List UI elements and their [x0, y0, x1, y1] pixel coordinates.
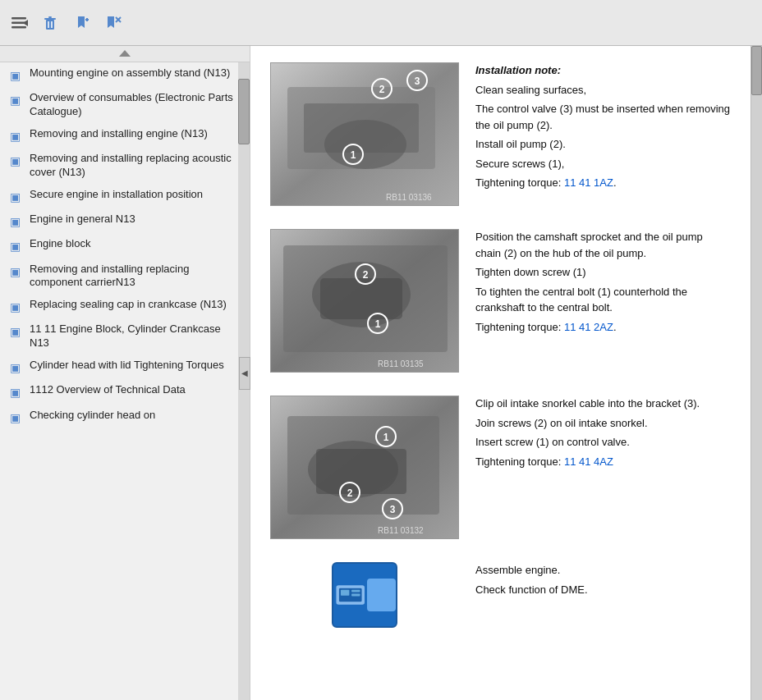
sidebar-item-secure-engine[interactable]: ▣ Secure engine in installation position [0, 184, 250, 208]
sidebar-item-engine-block[interactable]: ▣ Engine block [0, 233, 250, 258]
svg-rect-2 [11, 26, 26, 29]
section3-torque: Tightening torque: 11 41 4AZ [475, 454, 731, 470]
list-view-button[interactable] [7, 11, 31, 35]
toolbar [0, 0, 762, 46]
section4-text-0: Assemble engine. [475, 562, 731, 579]
svg-text:1: 1 [351, 149, 356, 161]
doc-icon: ▣ [10, 410, 25, 425]
section3-text-1: Join screws (2) on oil intake snorkel. [475, 415, 731, 432]
bookmark-special-button[interactable] [100, 11, 125, 35]
svg-point-17 [324, 120, 406, 169]
doc-icon: ▣ [10, 264, 25, 279]
doc-icon: ▣ [10, 324, 25, 339]
svg-rect-37 [316, 449, 406, 494]
sidebar-item-cylinder-head[interactable]: ▣ Cylinder head with lid Tightening Torq… [0, 355, 250, 379]
content-section-4: Assemble engine. Check function of DME. [270, 562, 731, 628]
doc-icon: ▣ [10, 190, 25, 204]
content-section-1: 2 3 1 RB11 03136 Installation note: Clea… [270, 62, 731, 206]
svg-rect-6 [48, 16, 52, 18]
section1-text-3: Secure screws (1), [475, 156, 731, 172]
svg-text:3: 3 [415, 75, 420, 87]
delete-button[interactable] [38, 11, 62, 35]
content-text-3: Clip oil intake snorkel cable into the b… [475, 396, 731, 473]
svg-text:2: 2 [347, 487, 353, 499]
content-text-2: Position the camshaft sprocket and the o… [475, 229, 731, 338]
main-area: ▣ Mounting engine on assembly stand (N13… [0, 46, 762, 700]
sidebar-item-removing-engine[interactable]: ▣ Removing and installing engine (N13) [0, 123, 250, 148]
section4-text-1: Check function of DME. [475, 582, 731, 598]
svg-text:3: 3 [390, 504, 396, 515]
section3-text-0: Clip oil intake snorkel cable into the b… [475, 396, 731, 412]
sidebar-item-removing-component[interactable]: ▣ Removing and installing replacing comp… [0, 258, 250, 295]
sidebar-item-engine-block-cylinder[interactable]: ▣ 11 11 Engine Block, Cylinder Crankcase… [0, 318, 250, 355]
doc-icon: ▣ [10, 129, 25, 144]
sidebar-scrollbar-thumb[interactable] [238, 79, 250, 144]
section2-text-0: Position the camshaft sprocket and the o… [475, 229, 731, 261]
doc-icon: ▣ [10, 93, 25, 108]
svg-rect-0 [11, 17, 26, 20]
svg-text:RB11 03135: RB11 03135 [378, 359, 424, 368]
sidebar-item-replacing-sealing[interactable]: ▣ Replacing sealing cap in crankcase (N1… [0, 294, 250, 318]
svg-rect-47 [341, 590, 349, 596]
dme-icon [332, 562, 397, 628]
sidebar-scroll-up[interactable] [0, 46, 250, 62]
doc-icon: ▣ [10, 68, 25, 83]
sidebar: ▣ Mounting engine on assembly stand (N13… [0, 46, 250, 700]
engine-image-2: 2 1 RB11 03135 [270, 229, 459, 373]
bookmark-add-button[interactable] [69, 11, 94, 35]
content-scrollbar-thumb[interactable] [751, 46, 762, 95]
installation-note-label: Installation note: [475, 62, 731, 79]
svg-rect-49 [351, 594, 360, 597]
sidebar-item-technical-data[interactable]: ▣ 1112 Overview of Technical Data [0, 379, 250, 404]
doc-icon: ▣ [10, 153, 25, 168]
torque-link-1141-2az[interactable]: 11 41 2AZ [564, 321, 613, 333]
content-section-2: 2 1 RB11 03135 Position the camshaft spr… [270, 229, 731, 373]
sidebar-item-mounting-engine[interactable]: ▣ Mounting engine on assembly stand (N13… [0, 62, 250, 87]
torque-link-1141-4az[interactable]: 11 41 4AZ [564, 455, 613, 468]
section1-text-2: Install oil pump (2). [475, 136, 731, 153]
section1-torque: Tightening torque: 11 41 1AZ. [475, 175, 731, 191]
sidebar-item-checking-cylinder[interactable]: ▣ Checking cylinder head on [0, 405, 250, 429]
content-area: 2 3 1 RB11 03136 Installation note: Clea… [250, 46, 751, 700]
content-text-1: Installation note: Clean sealing surface… [475, 62, 731, 194]
svg-rect-5 [44, 18, 56, 20]
svg-text:RB11 03132: RB11 03132 [378, 526, 424, 535]
doc-icon: ▣ [10, 360, 25, 375]
engine-image-3: 1 2 3 RB11 03132 [270, 396, 459, 539]
sidebar-item-engine-general[interactable]: ▣ Engine in general N13 [0, 208, 250, 233]
doc-icon: ▣ [10, 385, 25, 400]
content-text-4: Assemble engine. Check function of DME. [475, 562, 731, 601]
engine-image-1: 2 3 1 RB11 03136 [270, 62, 459, 206]
svg-text:2: 2 [363, 269, 369, 281]
svg-rect-48 [351, 590, 360, 592]
svg-rect-28 [320, 278, 402, 319]
section2-text-1: Tighten down screw (1) [475, 264, 731, 281]
svg-text:RB11 03136: RB11 03136 [386, 193, 432, 202]
doc-icon: ▣ [10, 239, 25, 254]
sidebar-collapse-button[interactable]: ◀ [239, 357, 250, 390]
section2-text-2: To tighten the central bolt (1) counterh… [475, 284, 731, 316]
section3-text-2: Insert screw (1) on control valve. [475, 434, 731, 451]
svg-marker-13 [119, 50, 131, 57]
content-scrollbar[interactable] [751, 46, 762, 700]
section2-torque: Tightening torque: 11 41 2AZ. [475, 319, 731, 336]
svg-text:2: 2 [379, 84, 385, 95]
svg-rect-4 [46, 20, 54, 30]
doc-icon: ▣ [10, 300, 25, 314]
svg-text:1: 1 [383, 432, 389, 443]
sidebar-item-removing-acoustic[interactable]: ▣ Removing and installing replacing acou… [0, 148, 250, 184]
section1-text-0: Clean sealing surfaces, [475, 82, 731, 98]
svg-marker-3 [23, 20, 28, 26]
sidebar-item-consumables[interactable]: ▣ Overview of consumables (Electronic Pa… [0, 87, 250, 123]
doc-icon: ▣ [10, 214, 25, 229]
svg-text:1: 1 [375, 318, 381, 330]
dme-icon-container [270, 562, 459, 628]
section1-text-1: The control valve (3) must be inserted w… [475, 101, 731, 133]
torque-link-1141-1az[interactable]: 11 41 1AZ [564, 176, 613, 189]
content-section-3: 1 2 3 RB11 03132 Clip oil intake snorkel… [270, 396, 731, 539]
